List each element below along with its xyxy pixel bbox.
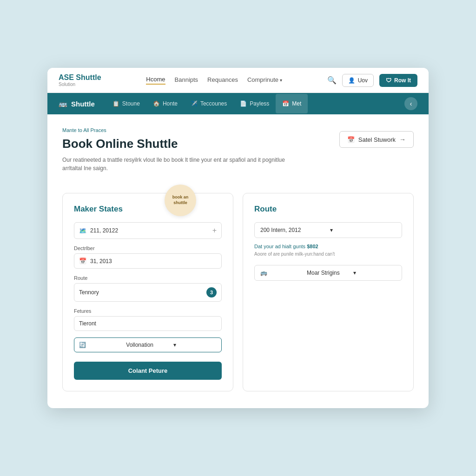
shuttle-icon: 🚌 (59, 99, 67, 108)
badge-line2: shuttle (173, 200, 187, 206)
sec-nav-payless-label: Payless (250, 100, 269, 107)
user-icon: 👤 (348, 77, 355, 84)
user-label: Uov (358, 77, 368, 84)
date-label: Dectrlber (74, 245, 222, 251)
sec-nav-brand: 🚌 Shuttle (59, 93, 102, 114)
sec-nav-honte-label: Honte (163, 100, 178, 107)
route-input[interactable] (79, 289, 203, 296)
floating-badge: book an shuttle (165, 185, 196, 216)
left-panel-title: Maker States (74, 205, 222, 214)
route-label: Route (74, 275, 222, 281)
cta-button[interactable]: 🛡 Row It (379, 74, 417, 87)
nav-link-requances[interactable]: Requances (207, 76, 238, 84)
location-icon: 🗺️ (79, 227, 86, 234)
discount-info: Dat your ad hialt gunts $802 (254, 244, 402, 249)
route-dropdown-arrow-icon: ▾ (330, 227, 396, 233)
select-icon: 🔄 (79, 342, 122, 348)
stoune-icon: 📋 (112, 100, 119, 107)
form-grid: Maker States 🗺️ + Dectrlber 📅 (62, 193, 414, 391)
discount-text: Dat your ad hialt gunts (254, 244, 305, 249)
page-title: Book Online Shuttle (62, 137, 285, 151)
location-group: 🗺️ + (74, 222, 222, 239)
sec-nav-item-payless[interactable]: 📄 Payless (233, 94, 276, 113)
sec-nav-item-stoune[interactable]: 📋 Stoune (106, 94, 146, 113)
logo: ASE Shuttle Solution (59, 73, 101, 87)
schedule-label: Satel Stuwork (358, 136, 396, 143)
features-input[interactable] (79, 320, 217, 327)
date-input-row: 📅 (74, 253, 222, 269)
bus-select-row[interactable]: 🚌 Moar Strigins ▾ (254, 265, 402, 281)
sec-nav-met-label: Met (292, 100, 301, 107)
header-row: Mante to All Praces Book Online Shuttle … (62, 127, 414, 184)
select-arrow-icon: ▾ (173, 342, 217, 348)
breadcrumb: Mante to All Praces (62, 127, 285, 133)
sec-nav-stoune-label: Stoune (122, 100, 140, 107)
schedule-button[interactable]: 📅 Satel Stuwork → (339, 131, 414, 148)
left-panel: Maker States 🗺️ + Dectrlber 📅 (62, 193, 233, 391)
features-group: Fetures (74, 308, 222, 331)
route-badge: 3 (206, 287, 217, 298)
select-label: Vollonation (126, 342, 169, 348)
user-button[interactable]: 👤 Uov (342, 74, 374, 87)
header-left: Mante to All Praces Book Online Shuttle … (62, 127, 285, 184)
badge-line1: book an (172, 195, 189, 200)
bus-select-arrow-icon: ▾ (353, 270, 396, 276)
features-label: Fetures (74, 308, 222, 314)
top-nav: ASE Shuttle Solution Hcome Bannipts Requ… (47, 68, 429, 93)
cta-label: Row It (394, 77, 411, 84)
plus-icon[interactable]: + (212, 226, 217, 235)
date-group: Dectrlber 📅 (74, 245, 222, 269)
met-icon: 📅 (282, 100, 289, 107)
secondary-nav: 🚌 Shuttle 📋 Stoune 🏠 Honte ✈️ Teccounes … (47, 93, 429, 114)
select-group: 🔄 Vollonation ▾ (74, 337, 222, 352)
right-panel: Route 200 Intern, 2012 ▾ Dat your ad hia… (243, 193, 414, 391)
discount-sub: Aoore of are punile milk-yun:hand can't (254, 251, 402, 258)
form-section: book an shuttle Maker States 🗺️ + (62, 193, 414, 391)
page-description: Our reatineeted a tnattle resyilrk vlout… (62, 156, 285, 172)
schedule-icon: 📅 (347, 136, 355, 143)
sec-nav-item-teccounes[interactable]: ✈️ Teccounes (184, 94, 233, 113)
arrow-icon: → (399, 136, 406, 143)
nav-link-comprinute[interactable]: Comprinute (247, 76, 282, 84)
nav-links: Hcome Bannipts Requances Comprinute (146, 76, 282, 85)
main-content: Mante to All Praces Book Online Shuttle … (47, 114, 429, 408)
cta-icon: 🛡 (386, 77, 391, 84)
calendar-icon: 📅 (79, 258, 86, 264)
honte-icon: 🏠 (153, 100, 160, 107)
date-input[interactable] (90, 258, 217, 264)
search-icon[interactable]: 🔍 (327, 76, 337, 85)
nav-link-bannipts[interactable]: Bannipts (175, 76, 198, 84)
route-value: 200 Intern, 2012 (260, 227, 326, 233)
submit-button[interactable]: Colant Peture (74, 362, 222, 380)
features-input-row (74, 316, 222, 331)
logo-subtitle: Solution (59, 82, 101, 87)
nav-link-home[interactable]: Hcome (146, 76, 165, 85)
teccounes-icon: ✈️ (191, 100, 198, 107)
right-panel-title: Route (254, 205, 402, 214)
app-window: ASE Shuttle Solution Hcome Bannipts Requ… (47, 68, 429, 408)
payless-icon: 📄 (240, 100, 247, 107)
route-dropdown[interactable]: 200 Intern, 2012 ▾ (254, 222, 402, 238)
bus-value: Moar Strigins (307, 270, 350, 276)
sec-nav-item-honte[interactable]: 🏠 Honte (146, 94, 184, 113)
route-group: Route 3 (74, 275, 222, 302)
sec-nav-item-met[interactable]: 📅 Met (276, 94, 308, 113)
sec-brand-label: Shuttle (71, 100, 95, 108)
location-input[interactable] (90, 227, 209, 234)
route-input-row: 3 (74, 283, 222, 302)
sec-nav-teccounes-label: Teccounes (200, 100, 227, 107)
select-dropdown[interactable]: 🔄 Vollonation ▾ (74, 337, 222, 352)
nav-right: 🔍 👤 Uov 🛡 Row It (327, 74, 417, 87)
back-button[interactable]: ‹ (404, 97, 417, 110)
logo-title: ASE Shuttle (59, 73, 101, 82)
bus-icon: 🚌 (260, 270, 303, 276)
location-input-row: 🗺️ + (74, 222, 222, 239)
discount-amount: $802 (307, 244, 318, 249)
